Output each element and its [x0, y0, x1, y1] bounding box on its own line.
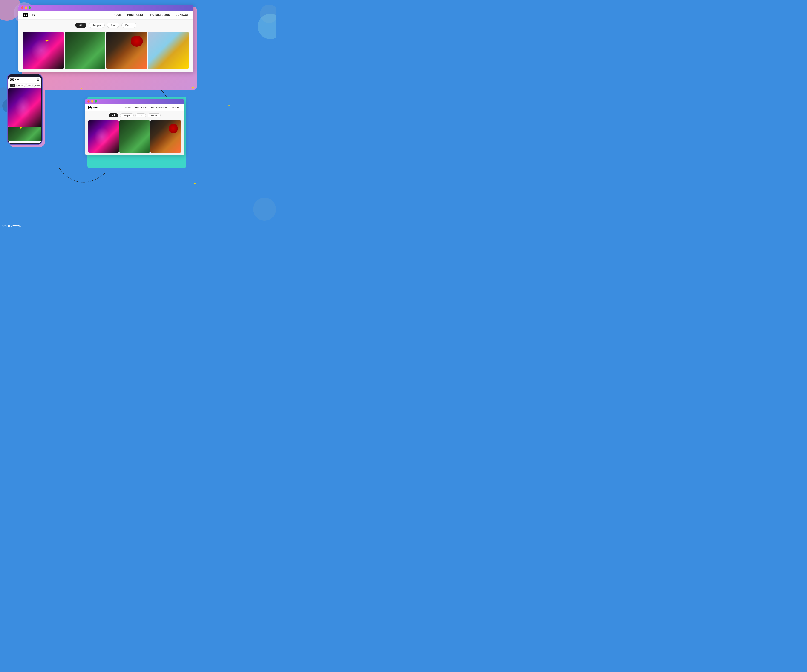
- tablet-nav: PHTO HOME PORTFOLIO PHOTOSESSION CONTACT: [85, 104, 184, 111]
- mobile-photo-person: [8, 88, 41, 127]
- tablet-filter-people[interactable]: People: [120, 113, 134, 118]
- deco-circle-blue-br: [253, 198, 276, 221]
- tablet-dot-red[interactable]: [87, 100, 90, 103]
- browser-dot-red[interactable]: [21, 7, 23, 9]
- mobile-filter-bar: All People Car Decor: [8, 83, 41, 88]
- tablet-photo-person: [88, 121, 119, 153]
- filter-all[interactable]: All: [75, 23, 86, 28]
- filter-car[interactable]: Car: [107, 23, 119, 28]
- tablet-mockup: PHTO HOME PORTFOLIO PHOTOSESSION CONTACT…: [85, 99, 184, 156]
- mobile-filter-decor[interactable]: Decor: [33, 84, 41, 87]
- tablet-nav-photosession[interactable]: PHOTOSESSION: [151, 106, 167, 109]
- tablet-logo: PHTO: [88, 106, 98, 109]
- mobile-notch: [19, 74, 31, 76]
- tablet-nav-contact[interactable]: CONTACT: [171, 106, 181, 109]
- bowwe-logo-text: BOWWE: [8, 224, 22, 228]
- tablet-photo-plants: [120, 121, 150, 153]
- tablet-titlebar: [85, 99, 184, 104]
- tablet-logo-text: PHTO: [93, 106, 98, 109]
- sparkle-6: ✦: [193, 182, 196, 186]
- browser-titlebar: [18, 5, 193, 11]
- filter-decor[interactable]: Decor: [121, 23, 136, 28]
- filter-people[interactable]: People: [88, 23, 105, 28]
- sparkle-5: ✦: [227, 103, 231, 109]
- site-logo: PHTO: [23, 13, 35, 17]
- deco-circle-blue-tr: [260, 5, 276, 23]
- tablet-filter-car[interactable]: Car: [136, 113, 146, 118]
- mobile-logo: PHTO: [10, 78, 19, 81]
- mobile-logo-icon: [10, 78, 14, 81]
- tablet-photo-food: [151, 121, 181, 153]
- browser-dot-green[interactable]: [28, 7, 31, 9]
- tablet-dot-green[interactable]: [95, 100, 97, 103]
- browser-dot-yellow[interactable]: [25, 7, 27, 9]
- nav-portfolio[interactable]: PORTFOLIO: [127, 13, 143, 17]
- mobile-photo-plants: [8, 127, 41, 141]
- tablet-logo-icon: [88, 106, 93, 109]
- logo-camera-icon: [23, 13, 28, 17]
- photo-cell-person: [23, 32, 64, 69]
- tablet-filter-all[interactable]: All: [109, 113, 118, 118]
- deco-circle-pink-tl: [0, 0, 21, 21]
- nav-contact[interactable]: CONTACT: [176, 13, 189, 17]
- mobile-hamburger[interactable]: ☰: [37, 78, 39, 81]
- tablet-nav-portfolio[interactable]: PORTFOLIO: [135, 106, 147, 109]
- site-nav-links: HOME PORTFOLIO PHOTOSESSION CONTACT: [114, 13, 189, 17]
- tablet-filter-decor[interactable]: Decor: [148, 113, 161, 118]
- deco-circle-lightblue-tr: [257, 14, 276, 39]
- footer-branding: ⓘ © BOWWE: [2, 224, 22, 228]
- photo-cell-food: [106, 32, 147, 69]
- mobile-nav: PHTO ☰: [8, 77, 41, 83]
- mobile-screen: PHTO ☰ All People Car Decor: [8, 77, 41, 143]
- mobile-logo-text: PHTO: [15, 79, 19, 81]
- desktop-mockup: PHTO HOME PORTFOLIO PHOTOSESSION CONTACT…: [18, 5, 193, 73]
- mobile-filter-car[interactable]: Car: [26, 84, 33, 87]
- mobile-mockup: PHTO ☰ All People Car Decor: [7, 74, 43, 145]
- filter-bar: All People Car Decor: [18, 20, 193, 31]
- nav-home[interactable]: HOME: [114, 13, 122, 17]
- tablet-nav-home[interactable]: HOME: [125, 106, 131, 109]
- desktop-photo-grid: [18, 31, 193, 73]
- mobile-filter-people[interactable]: People: [17, 84, 25, 87]
- photo-cell-model: [148, 32, 189, 69]
- tablet-photo-grid: [85, 120, 184, 156]
- site-nav: PHTO HOME PORTFOLIO PHOTOSESSION CONTACT: [18, 11, 193, 20]
- mobile-filter-all[interactable]: All: [10, 84, 15, 87]
- copyright-icon: ⓘ ©: [2, 224, 7, 228]
- tablet-nav-links: HOME PORTFOLIO PHOTOSESSION CONTACT: [125, 106, 181, 109]
- nav-photosession[interactable]: PHOTOSESSION: [149, 13, 170, 17]
- tablet-filter-bar: All People Car Decor: [85, 111, 184, 120]
- tablet-dot-yellow[interactable]: [91, 100, 93, 103]
- browser-content: PHTO HOME PORTFOLIO PHOTOSESSION CONTACT…: [18, 11, 193, 73]
- logo-text: PHTO: [29, 14, 35, 16]
- photo-cell-plants: [65, 32, 105, 69]
